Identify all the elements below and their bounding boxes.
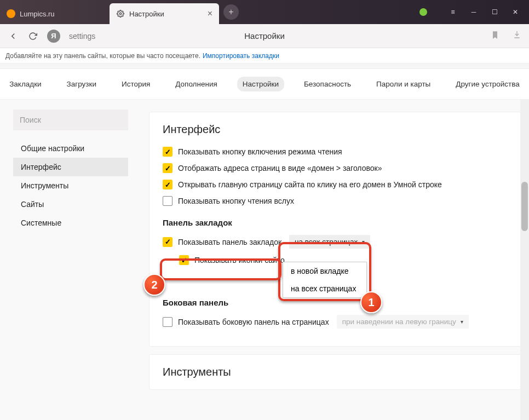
nav-devices[interactable]: Другие устройства — [450, 77, 525, 91]
close-icon[interactable]: × — [208, 9, 212, 19]
sidebar-item-sites[interactable]: Сайты — [13, 195, 128, 214]
nav-security[interactable]: Безопасность — [298, 77, 357, 91]
close-window-icon[interactable]: ✕ — [511, 8, 519, 16]
dropdown-menu: в новой вкладке на всех страницах — [283, 262, 367, 298]
maximize-icon[interactable]: ☐ — [491, 8, 498, 16]
site-icon[interactable]: Я — [47, 30, 60, 43]
address-bar: Я settings Настройки — [0, 24, 529, 48]
bookmark-bar: Добавляйте на эту панель сайты, которые … — [0, 48, 529, 64]
dropdown-side-panel-mode: при наведении на левую границу ▾ — [337, 315, 469, 329]
annotation-badge-1: 1 — [360, 291, 382, 313]
scrollbar-thumb[interactable] — [521, 182, 528, 231]
sidebar: Поиск Общие настройки Интерфейс Инструме… — [0, 100, 137, 420]
nav-history[interactable]: История — [116, 77, 156, 91]
dropdown-option-allpages[interactable]: на всех страницах — [283, 280, 366, 297]
address-text[interactable]: settings — [69, 32, 95, 41]
menu-icon[interactable]: ≡ — [449, 8, 457, 16]
status-icon[interactable] — [419, 8, 427, 16]
check-label: Открывать главную страницу сайта по клик… — [178, 180, 442, 189]
sidebar-item-general[interactable]: Общие настройки — [13, 139, 128, 158]
scrollbar[interactable] — [520, 100, 529, 420]
nav-passwords[interactable]: Пароли и карты — [371, 77, 436, 91]
content-area: Интерфейс Показывать кнопку включения ре… — [137, 100, 529, 420]
check-label: Показывать боковую панель на страницах — [178, 318, 329, 326]
new-tab-button[interactable]: + — [223, 4, 239, 20]
section-title-tools: Инструменты — [163, 366, 510, 378]
nav-settings[interactable]: Настройки — [237, 77, 284, 91]
subsection-bookmarks-panel: Панель закладок — [163, 218, 510, 227]
title-bar: Lumpics.ru Настройки × + ≡ ─ ☐ ✕ — [0, 0, 529, 24]
dropdown-show-panel[interactable]: на всех страницах ▾ — [289, 235, 370, 249]
tools-card: Инструменты — [149, 354, 524, 390]
section-title-interface: Интерфейс — [163, 123, 510, 136]
check-label: Показывать кнопку включения режима чтени… — [178, 147, 342, 156]
search-input[interactable]: Поиск — [13, 110, 128, 130]
check-side-panel[interactable]: Показывать боковую панель на страницах п… — [163, 315, 510, 329]
nav-addons[interactable]: Дополнения — [170, 77, 222, 91]
check-address-format[interactable]: Отображать адреса страниц в виде «домен … — [163, 163, 510, 173]
sidebar-item-system[interactable]: Системные — [13, 214, 128, 232]
favicon-icon — [7, 9, 15, 18]
page-title: Настройки — [244, 31, 285, 41]
sidebar-item-interface[interactable]: Интерфейс — [13, 158, 128, 176]
check-label: Показывать иконки сайто — [194, 256, 285, 264]
minimize-icon[interactable]: ─ — [470, 8, 478, 16]
checkbox-icon[interactable] — [163, 196, 173, 206]
chevron-down-icon: ▾ — [461, 319, 463, 325]
checkbox-icon[interactable] — [163, 237, 173, 247]
bookmark-icon[interactable] — [491, 30, 499, 42]
svg-point-0 — [119, 13, 122, 15]
check-open-main[interactable]: Открывать главную страницу сайта по клик… — [163, 180, 510, 189]
top-nav: Закладки Загрузки История Дополнения Нас… — [0, 69, 529, 100]
check-read-aloud[interactable]: Показывать кнопку чтения вслух — [163, 196, 510, 206]
check-label: Показывать кнопку чтения вслух — [178, 197, 294, 205]
checkbox-icon[interactable] — [163, 317, 173, 327]
tab-settings[interactable]: Настройки × — [110, 3, 219, 24]
checkbox-icon[interactable] — [179, 255, 189, 265]
tab-label: Настройки — [129, 10, 164, 18]
chevron-down-icon: ▾ — [362, 239, 365, 245]
import-bookmarks-link[interactable]: Импортировать закладки — [203, 52, 279, 60]
tab-lumpics[interactable]: Lumpics.ru — [0, 3, 110, 24]
check-label: Показывать панель закладок — [178, 238, 281, 246]
check-show-bookmarks-panel[interactable]: Показывать панель закладок на всех стран… — [163, 235, 510, 249]
interface-card: Интерфейс Показывать кнопку включения ре… — [149, 112, 524, 347]
sidebar-item-tools[interactable]: Инструменты — [13, 176, 128, 195]
checkbox-icon[interactable] — [163, 163, 173, 173]
annotation-badge-2: 2 — [143, 274, 165, 296]
divider — [0, 64, 529, 69]
dropdown-value: при наведении на левую границу — [342, 318, 456, 326]
reload-button[interactable] — [27, 31, 38, 42]
check-reading-mode[interactable]: Показывать кнопку включения режима чтени… — [163, 147, 510, 157]
nav-bookmarks[interactable]: Закладки — [4, 77, 47, 91]
main-area: Поиск Общие настройки Интерфейс Инструме… — [0, 100, 529, 420]
gear-icon — [116, 9, 125, 18]
checkbox-icon[interactable] — [163, 147, 173, 157]
window-controls: ≡ ─ ☐ ✕ — [419, 8, 529, 16]
download-icon[interactable] — [513, 30, 521, 42]
dropdown-option-newtab[interactable]: в новой вкладке — [283, 262, 366, 280]
checkbox-icon[interactable] — [163, 180, 173, 189]
dropdown-value: на всех страницах — [295, 238, 358, 246]
nav-downloads[interactable]: Загрузки — [61, 77, 102, 91]
subsection-side-panel: Боковая панель — [163, 298, 510, 307]
tab-label: Lumpics.ru — [20, 10, 55, 18]
bookmark-hint: Добавляйте на эту панель сайты, которые … — [5, 52, 200, 60]
back-button[interactable] — [8, 31, 19, 42]
check-label: Отображать адреса страниц в виде «домен … — [178, 164, 382, 172]
